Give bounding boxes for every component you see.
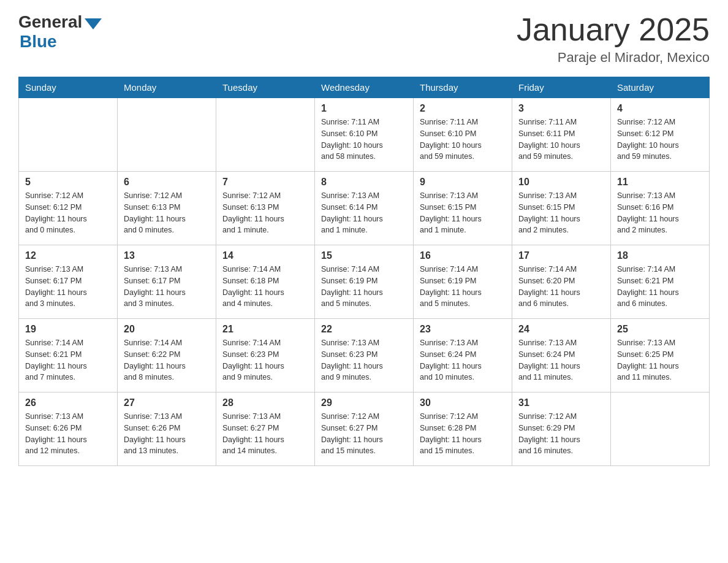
day-number: 8 bbox=[321, 177, 407, 188]
day-info: Sunrise: 7:13 AM Sunset: 6:25 PM Dayligh… bbox=[617, 337, 703, 383]
day-info: Sunrise: 7:12 AM Sunset: 6:27 PM Dayligh… bbox=[321, 411, 407, 457]
calendar-cell: 18Sunrise: 7:14 AM Sunset: 6:21 PM Dayli… bbox=[611, 245, 710, 319]
day-info: Sunrise: 7:13 AM Sunset: 6:24 PM Dayligh… bbox=[518, 337, 604, 383]
calendar-cell bbox=[19, 98, 118, 172]
calendar-cell: 19Sunrise: 7:14 AM Sunset: 6:21 PM Dayli… bbox=[19, 319, 118, 393]
calendar-cell: 7Sunrise: 7:12 AM Sunset: 6:13 PM Daylig… bbox=[216, 172, 315, 245]
day-number: 6 bbox=[124, 177, 210, 188]
logo-arrow-icon bbox=[85, 18, 102, 29]
calendar-cell: 5Sunrise: 7:12 AM Sunset: 6:12 PM Daylig… bbox=[19, 172, 118, 245]
day-number: 20 bbox=[124, 324, 210, 335]
calendar-week-row: 5Sunrise: 7:12 AM Sunset: 6:12 PM Daylig… bbox=[19, 172, 710, 245]
calendar-cell: 28Sunrise: 7:13 AM Sunset: 6:27 PM Dayli… bbox=[216, 393, 315, 466]
calendar-cell: 24Sunrise: 7:13 AM Sunset: 6:24 PM Dayli… bbox=[512, 319, 611, 393]
calendar-week-row: 12Sunrise: 7:13 AM Sunset: 6:17 PM Dayli… bbox=[19, 245, 710, 319]
column-header-wednesday: Wednesday bbox=[315, 77, 414, 98]
calendar-cell: 30Sunrise: 7:12 AM Sunset: 6:28 PM Dayli… bbox=[414, 393, 512, 466]
day-info: Sunrise: 7:14 AM Sunset: 6:23 PM Dayligh… bbox=[222, 337, 308, 383]
day-number: 13 bbox=[124, 250, 210, 261]
logo-general-text: General bbox=[18, 12, 82, 32]
calendar-cell bbox=[216, 98, 315, 172]
column-header-thursday: Thursday bbox=[414, 77, 512, 98]
calendar-cell: 25Sunrise: 7:13 AM Sunset: 6:25 PM Dayli… bbox=[611, 319, 710, 393]
calendar-cell: 6Sunrise: 7:12 AM Sunset: 6:13 PM Daylig… bbox=[118, 172, 216, 245]
calendar-cell bbox=[118, 98, 216, 172]
calendar-table: SundayMondayTuesdayWednesdayThursdayFrid… bbox=[18, 77, 710, 466]
day-number: 11 bbox=[617, 177, 703, 188]
calendar-cell: 23Sunrise: 7:13 AM Sunset: 6:24 PM Dayli… bbox=[414, 319, 512, 393]
day-info: Sunrise: 7:12 AM Sunset: 6:12 PM Dayligh… bbox=[617, 117, 703, 163]
calendar-cell: 10Sunrise: 7:13 AM Sunset: 6:15 PM Dayli… bbox=[512, 172, 611, 245]
calendar-cell: 27Sunrise: 7:13 AM Sunset: 6:26 PM Dayli… bbox=[118, 393, 216, 466]
day-info: Sunrise: 7:12 AM Sunset: 6:13 PM Dayligh… bbox=[222, 190, 308, 236]
calendar-cell: 11Sunrise: 7:13 AM Sunset: 6:16 PM Dayli… bbox=[611, 172, 710, 245]
day-info: Sunrise: 7:13 AM Sunset: 6:15 PM Dayligh… bbox=[420, 190, 506, 236]
column-header-saturday: Saturday bbox=[611, 77, 710, 98]
column-header-sunday: Sunday bbox=[19, 77, 118, 98]
day-number: 4 bbox=[617, 103, 703, 114]
day-number: 18 bbox=[617, 250, 703, 261]
day-info: Sunrise: 7:11 AM Sunset: 6:10 PM Dayligh… bbox=[420, 117, 506, 163]
day-number: 7 bbox=[222, 177, 308, 188]
day-info: Sunrise: 7:14 AM Sunset: 6:18 PM Dayligh… bbox=[222, 264, 308, 310]
day-info: Sunrise: 7:12 AM Sunset: 6:12 PM Dayligh… bbox=[25, 190, 111, 236]
column-header-friday: Friday bbox=[512, 77, 611, 98]
day-number: 28 bbox=[222, 397, 308, 408]
page-header: General Blue January 2025 Paraje el Mira… bbox=[18, 12, 710, 66]
day-number: 21 bbox=[222, 324, 308, 335]
calendar-cell: 22Sunrise: 7:13 AM Sunset: 6:23 PM Dayli… bbox=[315, 319, 414, 393]
location: Paraje el Mirador, Mexico bbox=[517, 50, 710, 66]
calendar-cell bbox=[611, 393, 710, 466]
day-info: Sunrise: 7:14 AM Sunset: 6:21 PM Dayligh… bbox=[617, 264, 703, 310]
day-info: Sunrise: 7:13 AM Sunset: 6:23 PM Dayligh… bbox=[321, 337, 407, 383]
day-info: Sunrise: 7:12 AM Sunset: 6:28 PM Dayligh… bbox=[420, 411, 506, 457]
month-title: January 2025 bbox=[517, 12, 710, 47]
day-info: Sunrise: 7:13 AM Sunset: 6:15 PM Dayligh… bbox=[518, 190, 604, 236]
day-number: 9 bbox=[420, 177, 506, 188]
day-info: Sunrise: 7:14 AM Sunset: 6:19 PM Dayligh… bbox=[321, 264, 407, 310]
calendar-cell: 29Sunrise: 7:12 AM Sunset: 6:27 PM Dayli… bbox=[315, 393, 414, 466]
day-number: 12 bbox=[25, 250, 111, 261]
day-number: 22 bbox=[321, 324, 407, 335]
calendar-week-row: 1Sunrise: 7:11 AM Sunset: 6:10 PM Daylig… bbox=[19, 98, 710, 172]
calendar-cell: 3Sunrise: 7:11 AM Sunset: 6:11 PM Daylig… bbox=[512, 98, 611, 172]
day-info: Sunrise: 7:14 AM Sunset: 6:20 PM Dayligh… bbox=[518, 264, 604, 310]
day-info: Sunrise: 7:13 AM Sunset: 6:27 PM Dayligh… bbox=[222, 411, 308, 457]
day-info: Sunrise: 7:13 AM Sunset: 6:16 PM Dayligh… bbox=[617, 190, 703, 236]
day-number: 23 bbox=[420, 324, 506, 335]
column-header-monday: Monday bbox=[118, 77, 216, 98]
day-number: 2 bbox=[420, 103, 506, 114]
day-info: Sunrise: 7:14 AM Sunset: 6:19 PM Dayligh… bbox=[420, 264, 506, 310]
calendar-cell: 8Sunrise: 7:13 AM Sunset: 6:14 PM Daylig… bbox=[315, 172, 414, 245]
calendar-cell: 1Sunrise: 7:11 AM Sunset: 6:10 PM Daylig… bbox=[315, 98, 414, 172]
day-number: 31 bbox=[518, 397, 604, 408]
day-info: Sunrise: 7:11 AM Sunset: 6:10 PM Dayligh… bbox=[321, 117, 407, 163]
day-number: 19 bbox=[25, 324, 111, 335]
calendar-cell: 26Sunrise: 7:13 AM Sunset: 6:26 PM Dayli… bbox=[19, 393, 118, 466]
day-info: Sunrise: 7:14 AM Sunset: 6:21 PM Dayligh… bbox=[25, 337, 111, 383]
day-info: Sunrise: 7:13 AM Sunset: 6:17 PM Dayligh… bbox=[25, 264, 111, 310]
day-number: 29 bbox=[321, 397, 407, 408]
day-info: Sunrise: 7:13 AM Sunset: 6:17 PM Dayligh… bbox=[124, 264, 210, 310]
calendar-cell: 4Sunrise: 7:12 AM Sunset: 6:12 PM Daylig… bbox=[611, 98, 710, 172]
day-number: 17 bbox=[518, 250, 604, 261]
day-number: 27 bbox=[124, 397, 210, 408]
calendar-cell: 31Sunrise: 7:12 AM Sunset: 6:29 PM Dayli… bbox=[512, 393, 611, 466]
calendar-cell: 12Sunrise: 7:13 AM Sunset: 6:17 PM Dayli… bbox=[19, 245, 118, 319]
day-number: 25 bbox=[617, 324, 703, 335]
calendar-cell: 14Sunrise: 7:14 AM Sunset: 6:18 PM Dayli… bbox=[216, 245, 315, 319]
day-number: 3 bbox=[518, 103, 604, 114]
calendar-cell: 13Sunrise: 7:13 AM Sunset: 6:17 PM Dayli… bbox=[118, 245, 216, 319]
logo-blue-text: Blue bbox=[20, 32, 57, 52]
day-number: 1 bbox=[321, 103, 407, 114]
calendar-header-row: SundayMondayTuesdayWednesdayThursdayFrid… bbox=[19, 77, 710, 98]
day-number: 14 bbox=[222, 250, 308, 261]
day-info: Sunrise: 7:14 AM Sunset: 6:22 PM Dayligh… bbox=[124, 337, 210, 383]
calendar-cell: 16Sunrise: 7:14 AM Sunset: 6:19 PM Dayli… bbox=[414, 245, 512, 319]
day-number: 5 bbox=[25, 177, 111, 188]
calendar-cell: 17Sunrise: 7:14 AM Sunset: 6:20 PM Dayli… bbox=[512, 245, 611, 319]
calendar-cell: 2Sunrise: 7:11 AM Sunset: 6:10 PM Daylig… bbox=[414, 98, 512, 172]
day-number: 26 bbox=[25, 397, 111, 408]
day-info: Sunrise: 7:13 AM Sunset: 6:24 PM Dayligh… bbox=[420, 337, 506, 383]
day-number: 24 bbox=[518, 324, 604, 335]
